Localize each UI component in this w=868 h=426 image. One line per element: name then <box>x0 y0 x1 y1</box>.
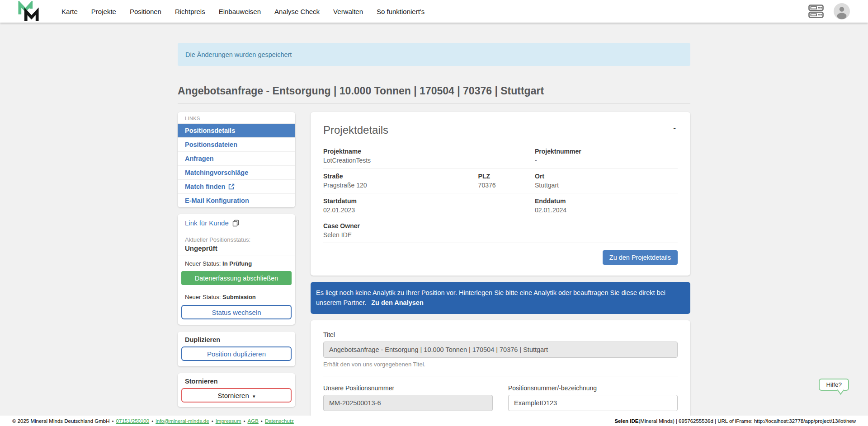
sidebar-item-label: Match finden <box>185 183 225 190</box>
goto-project-details-button[interactable]: Zu den Projektdetails <box>603 250 678 265</box>
footer-session-info: Selen IDE (Mineral Minds) | 69576255536d… <box>614 418 856 424</box>
duplicate-card: Duplizieren Position duplizieren <box>178 332 295 366</box>
server-rack-icon[interactable] <box>808 5 824 18</box>
footer-separator: • <box>112 418 114 424</box>
mineral-minds-logo[interactable] <box>17 1 40 22</box>
our-number-input <box>323 395 493 411</box>
main-nav: Karte Projekte Positionen Richtpreis Ein… <box>61 8 425 15</box>
field-strasse: Straße Pragstraße 120 <box>323 173 478 189</box>
field-label: Projektname <box>323 148 535 155</box>
current-status-block: Aktueller Positionsstatus: Ungeprüft <box>178 232 295 256</box>
field-projektname: Projektname LotCreationTests <box>323 148 535 164</box>
sidebar-item-email-konfiguration[interactable]: E-Mail Konfiguration <box>178 194 295 207</box>
new-status-value: Submission <box>222 294 256 300</box>
cancel-dropdown-button[interactable]: Stornieren ▾ <box>181 388 292 403</box>
new-status-review: Neuer Status: In Prüfung <box>178 256 295 270</box>
main-column: Projektdetails - Projektname LotCreation… <box>311 112 690 426</box>
project-details-card: Projektdetails - Projektname LotCreation… <box>311 112 690 276</box>
our-number-label: Unsere Positionsnummer <box>323 384 493 392</box>
footer-user-name: Selen IDE <box>614 418 638 424</box>
field-label: Projektnummer <box>535 148 678 155</box>
sidebar-item-match-finden[interactable]: Match finden <box>178 180 295 194</box>
custom-number-label: Positionsnummer/-bezeichnung <box>508 384 678 392</box>
field-case-owner: Case Owner Selen IDE <box>323 222 678 239</box>
project-fields: Projektname LotCreationTests Projektnumm… <box>323 144 678 243</box>
new-status-submission: Neuer Status: Submission <box>178 290 295 303</box>
nav-item-positionen[interactable]: Positionen <box>130 8 161 15</box>
collapse-icon[interactable]: - <box>671 124 678 133</box>
nav-item-einbauweisen[interactable]: Einbauweisen <box>219 8 261 15</box>
sidebar-item-label: Positionsdateien <box>185 141 237 148</box>
help-button[interactable]: Hilfe? <box>819 379 849 391</box>
custom-number-input[interactable] <box>508 395 678 411</box>
sidebar-item-positionsdetails[interactable]: Positionsdetails <box>178 124 295 138</box>
complete-data-entry-button[interactable]: Datenerfassung abschließen <box>181 271 292 285</box>
switch-status-button[interactable]: Status wechseln <box>181 305 292 319</box>
title-divider <box>178 103 690 104</box>
field-projektnummer: Projektnummer - <box>535 148 678 164</box>
sidebar-item-anfragen[interactable]: Anfragen <box>178 152 295 166</box>
sidebar-item-label: Matchingvorschläge <box>185 169 248 176</box>
topbar-right <box>808 3 850 19</box>
current-status-value: Ungeprüft <box>185 244 288 252</box>
current-status-label: Aktueller Positionsstatus: <box>185 236 288 243</box>
field-label: Straße <box>323 173 478 180</box>
customer-link[interactable]: Link für Kunde <box>178 214 295 232</box>
duplicate-heading: Duplizieren <box>178 332 295 345</box>
new-status-prefix: Neuer Status: <box>185 260 222 267</box>
footer-left: © 2025 Mineral Minds Deutschland GmbH • … <box>12 418 294 424</box>
nav-item-projekte[interactable]: Projekte <box>91 8 116 15</box>
footer-separator: • <box>212 418 213 424</box>
footer-session-details: (Mineral Minds) | 69576255536d | URL of … <box>638 418 856 424</box>
duplicate-position-button[interactable]: Position duplizieren <box>181 346 292 361</box>
nav-item-analyse-check[interactable]: Analyse Check <box>274 8 320 15</box>
sidebar-item-label: E-Mail Konfiguration <box>185 197 249 204</box>
field-label: Case Owner <box>323 222 678 229</box>
footer: © 2025 Mineral Minds Deutschland GmbH • … <box>0 416 868 426</box>
sidebar-item-label: Positionsdetails <box>185 127 235 134</box>
field-label: Enddatum <box>535 197 678 205</box>
page-title: Angebotsanfrage - Entsorgung | 10.000 To… <box>178 85 690 97</box>
title-field-input <box>323 342 678 358</box>
goto-analyses-link[interactable]: Zu den Analysen <box>371 299 423 306</box>
footer-link-agb[interactable]: AGB <box>248 418 259 424</box>
field-value: 70376 <box>478 182 535 189</box>
user-avatar[interactable] <box>834 3 850 19</box>
form-divider <box>323 376 678 376</box>
field-startdatum: Startdatum 02.01.2023 <box>323 197 535 214</box>
cancel-card: Stornieren Stornieren ▾ <box>178 373 295 407</box>
nav-item-karte[interactable]: Karte <box>61 8 78 15</box>
analytics-banner-text: Es liegt noch keine Analytik zu Ihrer Po… <box>316 289 665 306</box>
field-ort: Ort Stuttgart <box>535 173 678 189</box>
field-label: PLZ <box>478 173 535 180</box>
footer-link-impressum[interactable]: Impressum <box>216 418 241 424</box>
field-value: Pragstraße 120 <box>323 182 478 189</box>
nav-item-verwalten[interactable]: Verwalten <box>333 8 363 15</box>
project-details-title: Projektdetails <box>323 124 388 136</box>
copyright-text: © 2025 Mineral Minds Deutschland GmbH <box>12 418 110 424</box>
footer-link-email[interactable]: info@mineral-minds.de <box>156 418 209 424</box>
success-alert: Die Änderungen wurden gespeichert <box>178 43 690 66</box>
sidebar-item-matchingvorschlaege[interactable]: Matchingvorschläge <box>178 166 295 180</box>
footer-separator: • <box>261 418 263 424</box>
nav-item-richtpreis[interactable]: Richtpreis <box>175 8 205 15</box>
alert-text: Die Änderungen wurden gespeichert <box>185 51 292 58</box>
position-form-card: Titel Erhält den von uns vorgegebenen Ti… <box>311 320 690 426</box>
field-value: Stuttgart <box>535 182 678 189</box>
nav-item-so-funktionierts[interactable]: So funktioniert's <box>377 8 425 15</box>
field-value: 02.01.2023 <box>323 206 535 214</box>
sidebar-item-label: Anfragen <box>185 155 214 162</box>
customer-link-label: Link für Kunde <box>185 219 229 227</box>
title-field-label: Titel <box>323 331 678 338</box>
new-status-prefix: Neuer Status: <box>185 294 222 300</box>
links-card: LINKS Positionsdetails Positionsdateien … <box>178 112 295 207</box>
field-plz: PLZ 70376 <box>478 173 535 189</box>
title-field-helper: Erhält den von uns vorgegebenen Titel. <box>323 361 678 368</box>
footer-link-datenschutz[interactable]: Datenschutz <box>265 418 294 424</box>
footer-link-phone[interactable]: 07151/250100 <box>116 418 150 424</box>
field-value: 02.01.2024 <box>535 206 678 214</box>
logo-icon <box>17 1 40 22</box>
field-label: Startdatum <box>323 197 535 205</box>
sidebar-item-positionsdateien[interactable]: Positionsdateien <box>178 138 295 152</box>
field-value: LotCreationTests <box>323 157 535 164</box>
